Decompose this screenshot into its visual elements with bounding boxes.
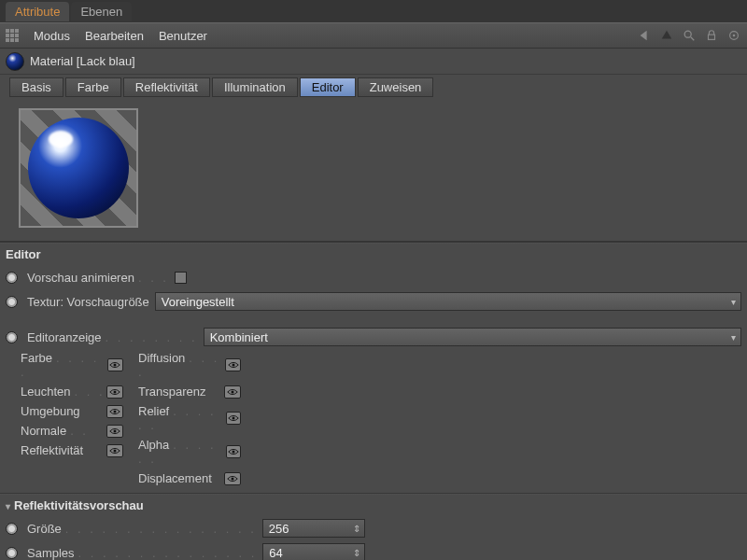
channel-farbe: Farbe. . . . . — [21, 351, 107, 379]
material-header: Material [Lack blau] — [0, 49, 747, 75]
svg-point-12 — [233, 417, 235, 420]
svg-point-9 — [114, 449, 117, 452]
material-subtabs: Basis Farbe Reflektivität Illumination E… — [0, 75, 747, 99]
eye-icon[interactable] — [106, 385, 123, 399]
channel-relief: Relief. . . . . . — [138, 404, 226, 432]
channel-grid: Farbe. . . . . Leuchten. . . Umgebung No… — [0, 349, 747, 493]
nav-up-icon[interactable] — [659, 28, 674, 43]
editoranzeige-dropdown[interactable]: Kombiniert — [204, 328, 741, 346]
tab-reflektivitaet[interactable]: Reflektivität — [123, 77, 210, 97]
label-editoranzeige: Editoranzeige. . . . . . . . — [27, 330, 198, 344]
tab-farbe[interactable]: Farbe — [65, 77, 121, 97]
channel-diffusion: Diffusion. . . . — [138, 351, 225, 379]
param-bullet[interactable] — [6, 296, 18, 308]
svg-point-10 — [232, 364, 234, 367]
menu-modus[interactable]: Modus — [34, 29, 70, 43]
svg-line-1 — [691, 37, 695, 41]
param-bullet[interactable] — [6, 331, 18, 343]
label-textur-vorschaugroesse: Textur: Vorschaugröße — [27, 295, 149, 309]
channel-displacement: Displacement — [138, 471, 212, 485]
label-vorschau-animieren: Vorschau animieren. . . — [27, 271, 169, 285]
eye-icon[interactable] — [226, 412, 241, 425]
tab-basis[interactable]: Basis — [9, 77, 63, 97]
label-groesse: Größe. . . . . . . . . . . . . . . . — [27, 522, 257, 536]
tab-attribute[interactable]: Attribute — [6, 2, 69, 21]
svg-point-5 — [114, 364, 117, 367]
svg-point-0 — [684, 31, 691, 37]
label-samples: Samples. . . . . . . . . . . . . . . — [27, 546, 257, 560]
channel-normale: Normale. . — [21, 424, 89, 438]
param-bullet[interactable] — [6, 547, 18, 559]
svg-point-11 — [232, 390, 234, 393]
svg-point-14 — [232, 477, 234, 480]
tab-illumination[interactable]: Illumination — [212, 77, 298, 97]
svg-point-8 — [114, 429, 117, 432]
menu-bearbeiten[interactable]: Bearbeiten — [85, 29, 144, 43]
view-grid-icon[interactable] — [6, 29, 19, 42]
material-title: Material [Lack blau] — [30, 54, 135, 68]
channel-umgebung: Umgebung — [21, 404, 80, 418]
channel-leuchten: Leuchten. . . — [21, 385, 106, 399]
eye-icon[interactable] — [107, 358, 123, 371]
param-bullet[interactable] — [6, 523, 18, 535]
menu-benutzer[interactable]: Benutzer — [159, 29, 207, 43]
lock-icon[interactable] — [704, 28, 719, 43]
channel-alpha: Alpha. . . . . . — [138, 438, 226, 466]
section-reflekt-preview-heading[interactable]: Reflektivitätsvorschau — [0, 495, 747, 516]
eye-icon[interactable] — [226, 445, 241, 458]
eye-icon[interactable] — [224, 385, 241, 399]
eye-icon[interactable] — [106, 405, 123, 418]
samples-spinner[interactable]: 64 — [262, 543, 365, 560]
svg-point-7 — [114, 410, 117, 413]
menubar: Modus Bearbeiten Benutzer — [0, 22, 747, 49]
target-icon[interactable] — [726, 28, 741, 43]
param-bullet[interactable] — [6, 272, 18, 284]
channel-transparenz: Transparenz — [138, 385, 206, 399]
textur-vorschaugroesse-dropdown[interactable]: Voreingestellt — [155, 292, 741, 311]
search-icon[interactable] — [682, 28, 697, 43]
tab-ebenen[interactable]: Ebenen — [71, 2, 132, 21]
tab-editor[interactable]: Editor — [300, 77, 356, 97]
material-sphere-icon — [6, 52, 24, 71]
eye-icon[interactable] — [106, 444, 123, 457]
groesse-spinner[interactable]: 256 — [262, 519, 365, 538]
material-preview[interactable] — [19, 108, 138, 228]
svg-point-13 — [233, 451, 235, 454]
svg-point-4 — [733, 35, 736, 37]
eye-icon[interactable] — [225, 358, 241, 371]
tab-zuweisen[interactable]: Zuweisen — [358, 77, 434, 97]
eye-icon[interactable] — [106, 425, 123, 438]
nav-back-icon[interactable] — [637, 28, 652, 43]
vorschau-animieren-checkbox[interactable] — [175, 272, 187, 284]
section-editor-heading: Editor — [0, 244, 747, 265]
svg-point-6 — [114, 390, 117, 393]
svg-rect-2 — [709, 35, 715, 39]
eye-icon[interactable] — [224, 472, 241, 485]
channel-reflektivitaet: Reflektivität — [21, 443, 83, 457]
